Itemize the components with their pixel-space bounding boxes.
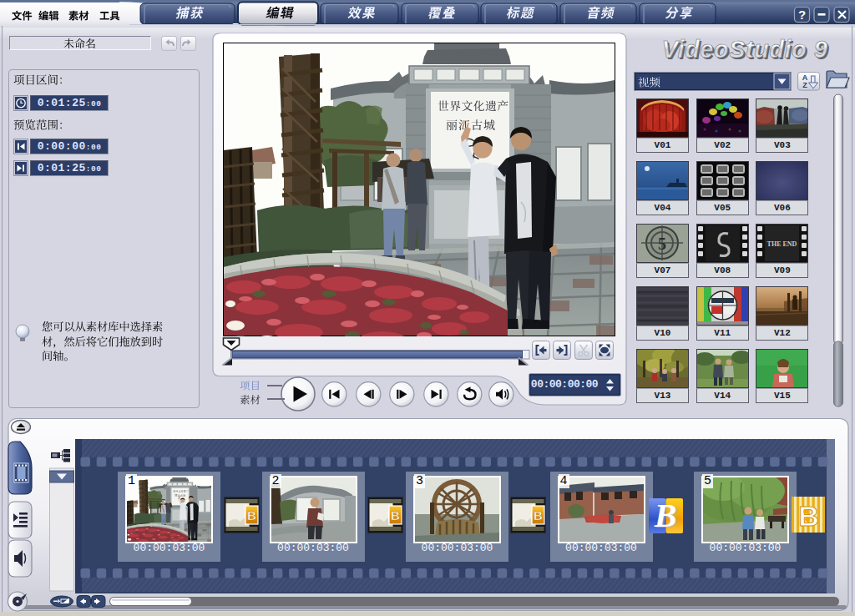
svg-text:THE END: THE END (767, 240, 797, 248)
svg-text:B: B (534, 508, 543, 523)
svg-text:VideoStudio 9: VideoStudio 9 (662, 36, 828, 63)
svg-text:5: 5 (658, 235, 666, 253)
svg-text:B: B (247, 508, 256, 523)
svg-text:Z: Z (802, 81, 807, 89)
svg-text:?: ? (798, 8, 806, 22)
svg-text:B: B (391, 508, 400, 523)
svg-text:B: B (654, 498, 677, 533)
svg-text:B: B (798, 500, 819, 532)
